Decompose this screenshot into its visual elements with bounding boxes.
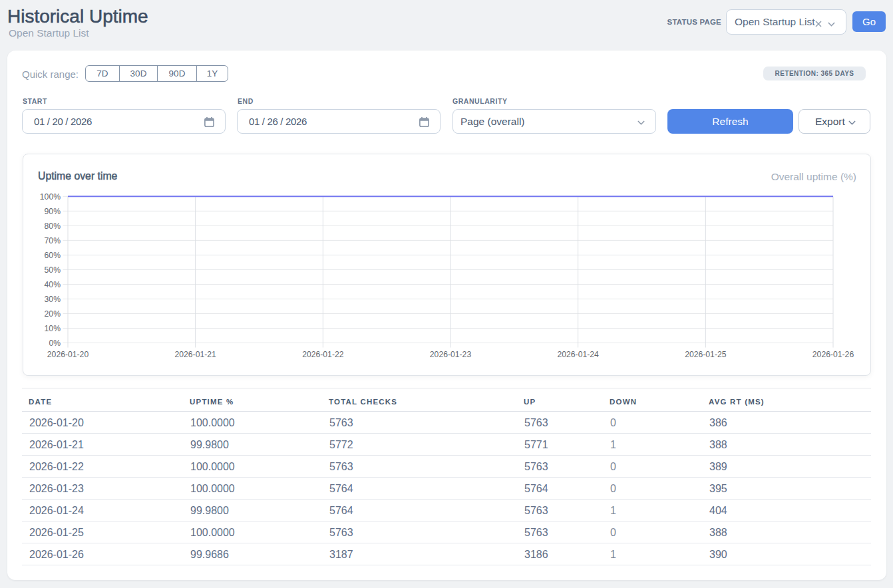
svg-text:50%: 50% — [45, 265, 61, 275]
svg-text:60%: 60% — [45, 251, 61, 260]
svg-text:90%: 90% — [45, 207, 61, 216]
svg-text:2026-01-22: 2026-01-22 — [302, 350, 344, 359]
svg-text:10%: 10% — [45, 324, 61, 333]
svg-text:100%: 100% — [40, 192, 61, 202]
svg-text:2026-01-23: 2026-01-23 — [430, 350, 472, 359]
svg-text:0%: 0% — [49, 339, 61, 348]
svg-text:2026-01-21: 2026-01-21 — [174, 350, 216, 359]
svg-text:70%: 70% — [45, 236, 61, 245]
svg-text:40%: 40% — [45, 280, 61, 289]
svg-text:80%: 80% — [45, 221, 61, 231]
svg-text:2026-01-20: 2026-01-20 — [47, 350, 89, 359]
svg-text:2026-01-26: 2026-01-26 — [812, 350, 854, 359]
svg-text:30%: 30% — [45, 295, 61, 304]
svg-text:2026-01-25: 2026-01-25 — [685, 350, 727, 359]
svg-text:20%: 20% — [45, 309, 61, 319]
svg-text:2026-01-24: 2026-01-24 — [557, 350, 599, 359]
